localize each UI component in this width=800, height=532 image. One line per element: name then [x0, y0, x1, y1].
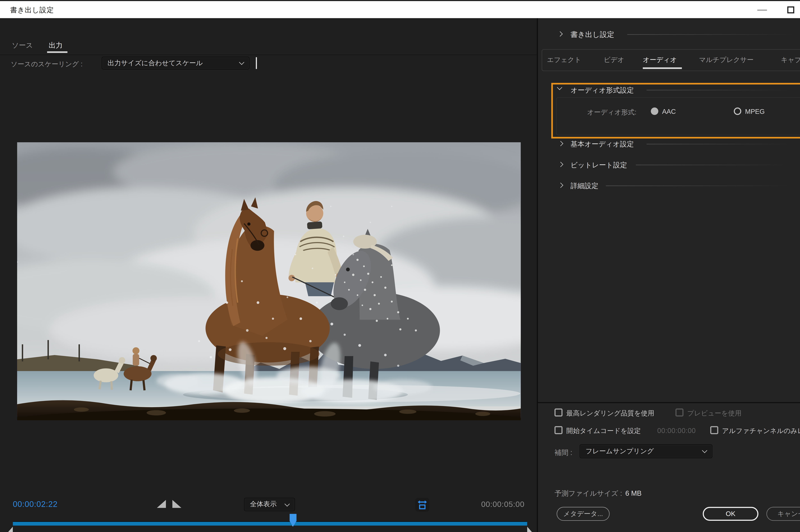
preview-frame-image — [17, 142, 521, 420]
radio-mpeg-label[interactable]: MPEG — [745, 108, 765, 116]
chevron-down-icon — [702, 448, 707, 453]
estimated-size-caption: 予測ファイルサイズ : — [554, 489, 622, 497]
use-previews-checkbox[interactable] — [675, 408, 684, 416]
tab-effects[interactable]: エフェクト — [547, 56, 581, 65]
zoom-level-value: 全体表示 — [250, 500, 285, 509]
radio-mpeg[interactable] — [734, 108, 741, 115]
section-divider-line — [647, 90, 792, 90]
alpha-only-checkbox[interactable] — [710, 426, 718, 434]
source-scaling-label: ソースのスケーリング : — [11, 60, 83, 69]
start-timecode-label: 開始タイムコードを設定 — [566, 427, 641, 436]
section-divider-line — [606, 186, 792, 186]
source-scaling-select[interactable]: 出力サイズに合わせてスケール — [102, 57, 250, 70]
source-scaling-value: 出力サイズに合わせてスケール — [108, 58, 240, 68]
ok-button[interactable]: OK — [703, 507, 758, 521]
chevron-down-icon — [285, 501, 290, 506]
options-divider — [538, 402, 800, 403]
minimize-icon — [757, 10, 767, 11]
interpolation-label: 補間 : — [554, 448, 572, 458]
section-bitrate[interactable]: ビットレート設定 — [570, 160, 627, 170]
cancel-button[interactable]: キャンセル — [766, 507, 800, 521]
use-previews-label: プレビューを使用 — [687, 409, 742, 418]
tab-source[interactable]: ソース — [12, 41, 33, 50]
crop-output-button[interactable] — [415, 498, 429, 512]
tab-multiplexer[interactable]: マルチプレクサー — [699, 56, 753, 65]
audio-format-section-title[interactable]: オーディオ形式設定 — [570, 86, 634, 95]
duration-timecode: 00:00:05:00 — [481, 500, 525, 509]
tab-output[interactable]: 出力 — [49, 41, 62, 50]
start-timecode-checkbox[interactable] — [554, 426, 563, 434]
export-settings-section-header[interactable]: 書き出し設定 — [570, 30, 614, 39]
section-divider-line — [636, 165, 792, 165]
maximize-button[interactable] — [779, 1, 800, 19]
estimated-size-label: 予測ファイルサイズ :6 MB — [554, 489, 642, 498]
dialog-title: 書き出し設定 — [10, 5, 54, 15]
radio-aac-label[interactable]: AAC — [662, 108, 676, 116]
metadata-button[interactable]: メタデータ... — [557, 507, 610, 521]
chevron-down-icon — [239, 60, 244, 65]
range-end-marker[interactable] — [527, 527, 535, 532]
tab-audio[interactable]: オーディオ — [643, 56, 677, 65]
tab-captions[interactable]: キャプション — [781, 56, 800, 65]
maximize-icon — [787, 6, 794, 13]
radio-aac[interactable] — [651, 108, 658, 115]
text-cursor — [256, 57, 257, 69]
max-render-quality-checkbox[interactable] — [554, 408, 563, 416]
active-settings-tab-underline — [643, 67, 682, 69]
interpolation-select[interactable]: フレームサンプリング — [580, 444, 712, 458]
audio-format-row-label: オーディオ形式: — [587, 108, 636, 117]
interpolation-value: フレームサンプリング — [586, 447, 703, 456]
header-divider-line — [627, 34, 797, 35]
tab-video[interactable]: ビデオ — [604, 56, 624, 65]
minimize-button[interactable] — [750, 1, 774, 19]
panel-divider — [537, 18, 538, 532]
title-bar: 書き出し設定 — [0, 0, 800, 18]
active-tab-underline — [47, 51, 67, 53]
set-out-point-icon[interactable] — [172, 500, 181, 508]
export-settings-dialog: 書き出し設定 ソース 出力 ソースのスケーリング : 出力サイズに合わせてスケー… — [0, 0, 800, 532]
range-start-marker[interactable] — [5, 527, 13, 532]
section-basic-audio[interactable]: 基本オーディオ設定 — [570, 139, 634, 149]
zoom-level-select[interactable]: 全体表示 — [244, 498, 295, 511]
set-in-point-icon[interactable] — [157, 500, 166, 508]
estimated-size-value: 6 MB — [625, 489, 642, 497]
max-render-quality-label: 最高レンダリング品質を使用 — [566, 409, 654, 418]
start-timecode-value[interactable]: 00:00:00:00 — [657, 427, 696, 435]
section-advanced[interactable]: 詳細設定 — [570, 181, 598, 191]
alpha-only-label: アルファチャンネルのみレンダリ — [722, 427, 800, 436]
timeline-scrubber[interactable] — [13, 521, 527, 526]
tab-divider — [0, 55, 537, 55]
current-timecode[interactable]: 00:00:02:22 — [13, 499, 58, 509]
section-divider-line — [647, 144, 792, 144]
preview-panel: ソース 出力 ソースのスケーリング : 出力サイズに合わせてスケール — [0, 18, 537, 532]
video-preview[interactable] — [17, 142, 521, 420]
crop-icon — [417, 499, 428, 510]
